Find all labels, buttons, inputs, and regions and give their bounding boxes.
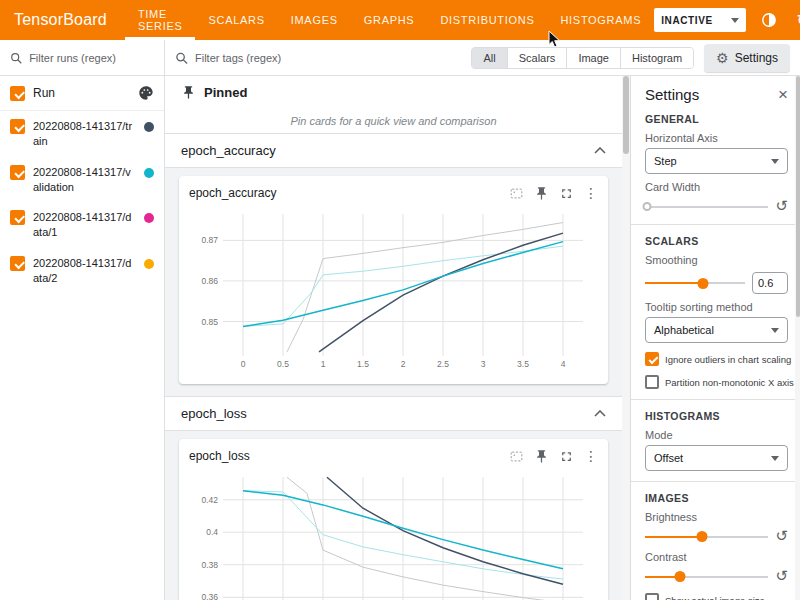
run-list-item[interactable]: 20220808-141317/data/1 — [0, 202, 164, 248]
main-scrollbar-thumb[interactable] — [623, 76, 629, 154]
partition-x-axis-checkbox[interactable] — [645, 375, 659, 389]
run-label: 20220808-141317/data/2 — [33, 256, 136, 286]
ignore-outliers-checkbox-row[interactable]: Ignore outliers in chart scaling — [645, 352, 788, 366]
smoothing-slider[interactable] — [645, 276, 745, 290]
scalar-card-epoch-loss: epoch_loss ⋮ 00.511.522.533.540.360.380.… — [179, 439, 608, 600]
settings-scrollbar[interactable] — [795, 76, 800, 600]
svg-text:0.38: 0.38 — [201, 560, 218, 570]
tab-scalars[interactable]: SCALARS — [195, 0, 277, 40]
reset-icon[interactable]: ↺ — [775, 569, 788, 584]
epoch-loss-chart[interactable]: 00.511.522.533.540.360.380.40.42 — [187, 469, 595, 600]
topbar-actions: INACTIVE ↻ ⚙ ? — [654, 0, 800, 40]
plugin-filter-group: All Scalars Image Histogram — [471, 47, 694, 69]
pin-icon — [181, 85, 196, 100]
run-list-item[interactable]: 20220808-141317/train — [0, 111, 164, 157]
more-options-icon[interactable]: ⋮ — [584, 186, 598, 200]
tab-images[interactable]: IMAGES — [278, 0, 351, 40]
smoothing-value-input[interactable] — [752, 272, 788, 294]
close-icon[interactable]: × — [778, 86, 788, 103]
contrast-slider[interactable] — [645, 570, 768, 584]
tag-toolbar: All Scalars Image Histogram ⚙ Settings — [165, 40, 800, 76]
pin-outline-icon[interactable] — [534, 186, 549, 201]
run-checkbox[interactable] — [10, 256, 25, 271]
tab-time-series[interactable]: TIME SERIES — [125, 0, 196, 40]
slider-thumb[interactable] — [643, 202, 652, 211]
filter-scalars-button[interactable]: Scalars — [508, 48, 568, 68]
svg-text:0.36: 0.36 — [201, 592, 218, 600]
pin-outline-icon[interactable] — [534, 449, 549, 464]
show-actual-size-label: Show actual image size — [665, 595, 765, 600]
fullscreen-icon[interactable] — [559, 186, 574, 201]
tag-filter-input[interactable] — [195, 52, 461, 64]
svg-text:0.5: 0.5 — [277, 359, 289, 369]
divider — [631, 224, 800, 225]
refresh-icon[interactable]: ↻ — [792, 9, 800, 31]
card-width-slider[interactable] — [645, 200, 768, 214]
more-options-icon[interactable]: ⋮ — [584, 449, 598, 463]
partition-x-axis-checkbox-row[interactable]: Partition non-monotonic X axis i — [645, 375, 788, 389]
card-zone: epoch_loss ⋮ 00.511.522.533.540.360.380.… — [165, 431, 622, 600]
run-checkbox[interactable] — [10, 210, 25, 225]
tooltip-sorting-label: Tooltip sorting method — [645, 301, 788, 313]
theme-toggle-icon[interactable] — [758, 9, 780, 31]
svg-text:1: 1 — [321, 359, 326, 369]
run-checkbox[interactable] — [10, 165, 25, 180]
chevron-up-icon[interactable] — [594, 147, 606, 154]
reset-icon[interactable]: ↺ — [775, 199, 788, 214]
reset-icon[interactable]: ↺ — [775, 529, 788, 544]
cards-column: Pinned Pin cards for a quick view and co… — [165, 76, 622, 600]
runs-filter-input[interactable] — [29, 52, 154, 64]
scalar-card-epoch-accuracy: epoch_accuracy ⋮ 00.511.522.533.540.850.… — [179, 176, 608, 384]
run-list-item[interactable]: 20220808-141317/data/2 — [0, 248, 164, 294]
filter-histogram-button[interactable]: Histogram — [621, 48, 693, 68]
section-title: epoch_accuracy — [181, 143, 276, 158]
fullscreen-icon[interactable] — [559, 449, 574, 464]
filter-image-button[interactable]: Image — [567, 48, 621, 68]
contrast-row: ↺ — [645, 569, 788, 584]
svg-text:2.5: 2.5 — [437, 359, 449, 369]
settings-scrollbar-thumb[interactable] — [796, 76, 800, 317]
tooltip-sorting-value: Alphabetical — [654, 324, 714, 336]
tab-graphs[interactable]: GRAPHS — [351, 0, 428, 40]
chevron-down-icon — [731, 18, 739, 23]
main-scrollbar[interactable] — [622, 76, 630, 600]
svg-text:2: 2 — [401, 359, 406, 369]
select-all-runs-checkbox[interactable] — [10, 86, 25, 101]
svg-text:0.42: 0.42 — [201, 495, 218, 505]
brightness-slider[interactable] — [645, 530, 768, 544]
filter-all-button[interactable]: All — [472, 48, 507, 68]
card-width-label: Card Width — [645, 181, 788, 193]
show-actual-size-checkbox[interactable] — [645, 593, 659, 600]
card-actions: ⋮ — [509, 186, 598, 201]
card-title: epoch_loss — [189, 449, 250, 463]
tab-histograms[interactable]: HISTOGRAMS — [547, 0, 654, 40]
ignore-outliers-checkbox[interactable] — [645, 352, 659, 366]
card-title: epoch_accuracy — [189, 186, 276, 200]
slider-thumb[interactable] — [674, 571, 685, 582]
palette-icon[interactable] — [138, 85, 154, 101]
image-icon[interactable] — [509, 186, 524, 201]
run-checkbox[interactable] — [10, 119, 25, 134]
general-heading: GENERAL — [645, 113, 788, 125]
histogram-mode-value: Offset — [654, 452, 683, 464]
app-logo[interactable]: TensorBoard — [0, 0, 125, 40]
slider-thumb[interactable] — [696, 531, 707, 542]
section-header-epoch-accuracy[interactable]: epoch_accuracy — [165, 134, 622, 168]
gear-icon: ⚙ — [716, 50, 729, 66]
section-header-epoch-loss[interactable]: epoch_loss — [165, 397, 622, 431]
run-list-item[interactable]: 20220808-141317/validation — [0, 157, 164, 203]
chevron-up-icon[interactable] — [594, 410, 606, 417]
run-color-dot — [144, 168, 154, 178]
tab-distributions[interactable]: DISTRIBUTIONS — [427, 0, 547, 40]
settings-button[interactable]: ⚙ Settings — [704, 44, 790, 72]
reload-status-dropdown[interactable]: INACTIVE — [654, 8, 746, 32]
show-actual-size-checkbox-row[interactable]: Show actual image size — [645, 593, 788, 600]
epoch-accuracy-chart[interactable]: 00.511.522.533.540.850.860.87 — [187, 206, 595, 376]
content-row: Pinned Pin cards for a quick view and co… — [165, 76, 800, 600]
image-icon[interactable] — [509, 449, 524, 464]
tooltip-sorting-select[interactable]: Alphabetical — [645, 317, 788, 343]
horizontal-axis-select[interactable]: Step — [645, 148, 788, 174]
histogram-mode-select[interactable]: Offset — [645, 445, 788, 471]
slider-thumb[interactable] — [698, 278, 709, 289]
settings-panel: Settings × GENERAL Horizontal Axis Step … — [630, 76, 800, 600]
